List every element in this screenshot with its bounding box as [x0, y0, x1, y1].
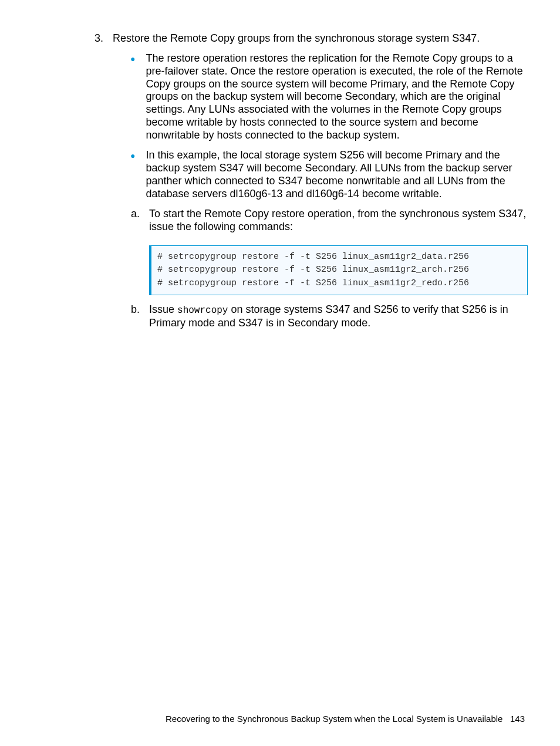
substep-text: Issue showrcopy on storage systems S347 …: [149, 303, 528, 329]
document-page: 3. Restore the Remote Copy groups from t…: [0, 0, 560, 746]
page-number: 143: [510, 714, 525, 724]
bullet-item: ● In this example, the local storage sys…: [130, 149, 528, 201]
bullet-icon: ●: [130, 52, 135, 143]
step-body: Restore the Remote Copy groups from the …: [113, 32, 528, 330]
substep-b-prefix: Issue: [149, 303, 177, 315]
substep-label: a.: [129, 208, 140, 234]
substep-b: b. Issue showrcopy on storage systems S3…: [129, 303, 528, 329]
bullet-icon: ●: [130, 149, 135, 201]
bullet-text: The restore operation restores the repli…: [146, 52, 528, 143]
code-block: # setrcopygroup restore -f -t S256 linux…: [149, 245, 528, 296]
inline-code: showrcopy: [177, 305, 228, 316]
step-title: Restore the Remote Copy groups from the …: [113, 32, 528, 45]
bullet-item: ● The restore operation restores the rep…: [130, 52, 528, 143]
page-footer: Recovering to the Synchronous Backup Sys…: [166, 714, 525, 724]
substep-label: b.: [129, 303, 140, 329]
step-3: 3. Restore the Remote Copy groups from t…: [94, 32, 525, 330]
footer-title: Recovering to the Synchronous Backup Sys…: [166, 714, 502, 724]
substep-a: a. To start the Remote Copy restore oper…: [129, 208, 528, 234]
step-number: 3.: [94, 32, 103, 330]
bullet-text: In this example, the local storage syste…: [146, 149, 528, 201]
substep-text: To start the Remote Copy restore operati…: [149, 208, 528, 234]
